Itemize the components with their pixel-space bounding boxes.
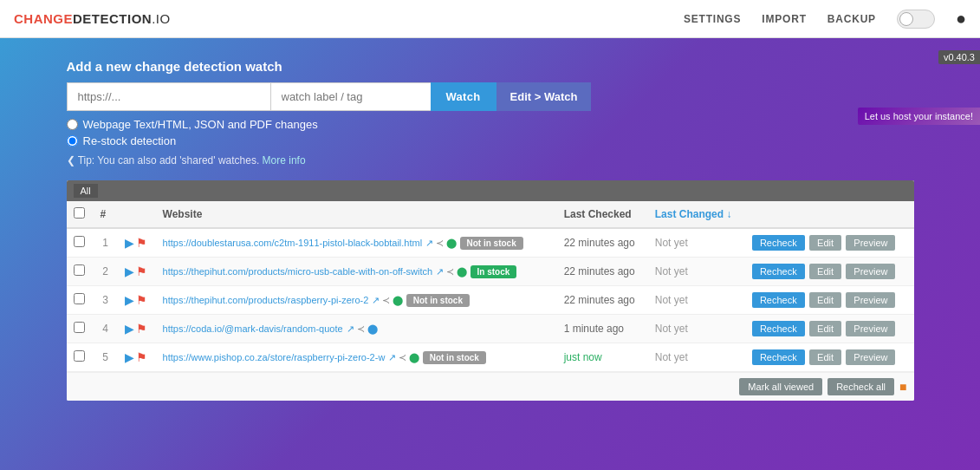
- row-play-icon[interactable]: ▶: [125, 236, 134, 250]
- row-checkbox-5[interactable]: [74, 350, 85, 362]
- row-action-icons: ▶⚑: [118, 315, 156, 343]
- header-num: #: [94, 201, 118, 228]
- row-play-icon[interactable]: ▶: [125, 322, 134, 336]
- logo[interactable]: CHANGEDETECTION.IO: [14, 11, 171, 26]
- select-all-checkbox[interactable]: [74, 207, 85, 219]
- recheck-button[interactable]: Recheck: [752, 264, 805, 279]
- radio-html-label[interactable]: Webpage Text/HTML, JSON and PDF changes: [67, 118, 914, 131]
- row-url-link[interactable]: https://doublestarusa.com/c2tm-1911-pist…: [163, 238, 423, 248]
- table-header-row: # Website Last Checked Last Changed ↓: [67, 201, 914, 228]
- status-badge: Not in stock: [406, 294, 470, 307]
- row-url-link[interactable]: https://thepihut.com/products/raspberry-…: [163, 295, 369, 305]
- recheck-button[interactable]: Recheck: [752, 235, 805, 251]
- row-number: 1: [94, 228, 118, 258]
- row-alert-icon[interactable]: ⚑: [136, 293, 147, 307]
- preview-button[interactable]: Preview: [846, 264, 895, 279]
- radio-html[interactable]: [67, 119, 78, 130]
- header-checkbox[interactable]: [67, 201, 94, 228]
- external-link-icon[interactable]: ↗: [372, 295, 380, 306]
- nav-settings[interactable]: SETTINGS: [684, 13, 741, 25]
- main-background: Let us host your instance! Add a new cha…: [0, 38, 980, 470]
- row-number: 3: [94, 286, 118, 315]
- row-actions: Recheck Edit Preview: [745, 343, 914, 372]
- row-play-icon[interactable]: ▶: [125, 264, 134, 278]
- version-badge: v0.40.3: [938, 50, 980, 64]
- external-link-icon[interactable]: ↗: [436, 266, 444, 277]
- rss-icon[interactable]: ■: [899, 380, 906, 394]
- mark-all-viewed-button[interactable]: Mark all viewed: [739, 378, 822, 395]
- row-url-cell: https://coda.io/@mark-davis/random-quote…: [156, 315, 557, 343]
- row-alert-icon[interactable]: ⚑: [136, 264, 147, 278]
- chrome-icon[interactable]: ⬤: [409, 352, 419, 363]
- external-link-icon[interactable]: ↗: [388, 352, 396, 363]
- chrome-icon[interactable]: ⬤: [446, 238, 457, 249]
- row-alert-icon[interactable]: ⚑: [136, 350, 147, 364]
- row-url-link[interactable]: https://thepihut.com/products/micro-usb-…: [163, 266, 433, 277]
- row-checkbox-cell: [67, 228, 94, 258]
- row-last-changed: Not yet: [648, 228, 745, 258]
- radio-restock[interactable]: [67, 135, 78, 147]
- recheck-button[interactable]: Recheck: [752, 292, 805, 308]
- nav-backup[interactable]: BACKUP: [827, 13, 876, 25]
- share-icon[interactable]: ≺: [436, 238, 444, 249]
- recheck-all-button[interactable]: Recheck all: [827, 378, 894, 395]
- row-alert-icon[interactable]: ⚑: [136, 236, 147, 250]
- recheck-button[interactable]: Recheck: [752, 349, 805, 365]
- edit-button[interactable]: Edit: [809, 235, 841, 251]
- row-alert-icon[interactable]: ⚑: [136, 322, 147, 336]
- row-url-icons: ↗≺⬤: [347, 323, 378, 335]
- row-url-icons: ↗≺⬤: [425, 238, 457, 249]
- preview-button[interactable]: Preview: [846, 349, 895, 365]
- header-last-changed[interactable]: Last Changed ↓: [648, 201, 745, 228]
- row-checkbox-1[interactable]: [74, 236, 85, 247]
- row-play-icon[interactable]: ▶: [125, 293, 134, 307]
- preview-button[interactable]: Preview: [846, 321, 895, 336]
- recheck-button[interactable]: Recheck: [752, 321, 805, 336]
- header-website[interactable]: Website: [156, 201, 557, 228]
- chrome-icon[interactable]: ⬤: [457, 266, 467, 277]
- row-play-icon[interactable]: ▶: [125, 350, 134, 364]
- share-icon[interactable]: ≺: [446, 266, 454, 277]
- chrome-icon[interactable]: ⬤: [393, 295, 403, 306]
- row-checkbox-3[interactable]: [74, 293, 85, 304]
- edit-button[interactable]: Edit: [809, 321, 841, 336]
- logo-change: CHANGE: [14, 11, 73, 26]
- status-badge: In stock: [471, 265, 517, 278]
- share-icon[interactable]: ≺: [357, 323, 365, 335]
- preview-button[interactable]: Preview: [846, 235, 895, 251]
- github-icon[interactable]: ●: [956, 9, 966, 29]
- row-checkbox-cell: [67, 343, 94, 372]
- add-watch-section: Add a new change detection watch Watch E…: [67, 59, 914, 166]
- row-checkbox-2[interactable]: [74, 264, 85, 276]
- edit-button[interactable]: Edit: [809, 349, 841, 365]
- preview-button[interactable]: Preview: [846, 292, 895, 308]
- external-link-icon[interactable]: ↗: [425, 238, 433, 249]
- share-icon[interactable]: ≺: [382, 295, 390, 306]
- row-url-icons: ↗≺⬤: [388, 352, 419, 363]
- host-banner[interactable]: Let us host your instance!: [858, 108, 980, 125]
- share-icon[interactable]: ≺: [399, 352, 406, 363]
- watch-button[interactable]: Watch: [431, 82, 496, 111]
- theme-toggle[interactable]: [897, 10, 935, 29]
- label-input[interactable]: [270, 82, 431, 111]
- table-row: 2▶⚑https://thepihut.com/products/micro-u…: [67, 258, 914, 286]
- nav-import[interactable]: IMPORT: [762, 13, 806, 25]
- all-badge-row: All: [67, 180, 914, 201]
- header-icons: [118, 201, 156, 228]
- external-link-icon[interactable]: ↗: [347, 323, 354, 335]
- url-input[interactable]: [67, 82, 270, 111]
- watch-table: # Website Last Checked Last Changed ↓ 1▶…: [67, 201, 914, 372]
- row-checkbox-4[interactable]: [74, 322, 85, 333]
- chrome-icon[interactable]: ⬤: [367, 323, 378, 335]
- header-actions: [745, 201, 914, 228]
- header-last-checked[interactable]: Last Checked: [557, 201, 648, 228]
- row-url-link[interactable]: https://www.pishop.co.za/store/raspberry…: [163, 352, 386, 362]
- tip-link[interactable]: More info: [263, 154, 306, 166]
- row-url-link[interactable]: https://coda.io/@mark-davis/random-quote: [163, 323, 343, 334]
- edit-button[interactable]: Edit: [809, 292, 841, 308]
- radio-restock-label[interactable]: Re-stock detection: [67, 134, 914, 147]
- edit-watch-button[interactable]: Edit > Watch: [496, 82, 592, 111]
- row-action-icons: ▶⚑: [118, 228, 156, 258]
- edit-button[interactable]: Edit: [809, 264, 841, 279]
- tip-icon: ❮: [67, 154, 75, 166]
